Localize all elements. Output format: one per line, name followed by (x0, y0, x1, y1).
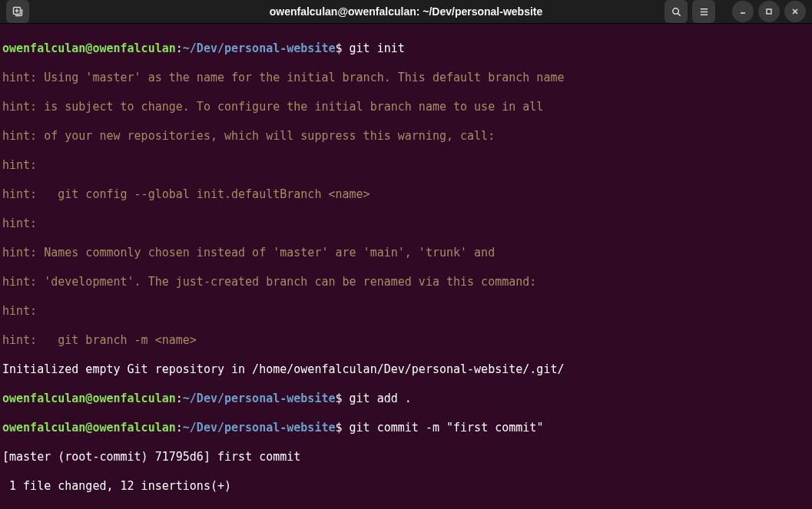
hint-line: hint: (2, 216, 810, 231)
new-tab-button[interactable] (6, 0, 29, 23)
search-button[interactable] (665, 0, 688, 23)
hint-line: hint: Names commonly chosen instead of '… (2, 246, 810, 260)
svg-line-4 (678, 13, 680, 15)
command-text: git commit -m "first commit" (350, 421, 544, 435)
prompt-path: ~/Dev/personal-website (183, 41, 336, 55)
prompt-userhost: owenfalculan@owenfalculan (2, 41, 176, 55)
terminal-output[interactable]: owenfalculan@owenfalculan:~/Dev/personal… (0, 24, 812, 509)
output-line: [master (root-commit) 71795d6] first com… (2, 450, 810, 464)
svg-point-3 (672, 8, 678, 14)
output-line: 1 file changed, 12 insertions(+) (2, 479, 810, 494)
output-line: Initialized empty Git repository in /hom… (2, 362, 810, 377)
maximize-button[interactable] (758, 1, 780, 22)
hint-line: hint: of your new repositories, which wi… (2, 129, 810, 144)
prompt-line: owenfalculan@owenfalculan:~/Dev/personal… (2, 392, 810, 406)
command-text: git add . (350, 392, 412, 405)
hint-line: hint: git branch -m <name> (2, 333, 810, 348)
hint-line: hint: Using 'master' as the name for the… (2, 71, 810, 85)
hamburger-menu-button[interactable] (692, 0, 715, 23)
titlebar-right (665, 0, 806, 23)
minimize-button[interactable] (732, 1, 754, 22)
command-text: git init (350, 41, 405, 55)
hint-line: hint: 'development'. The just-created br… (2, 275, 810, 289)
close-button[interactable] (784, 1, 806, 22)
prompt-line: owenfalculan@owenfalculan:~/Dev/personal… (2, 421, 810, 435)
svg-rect-9 (767, 9, 771, 14)
hint-line: hint: (2, 158, 810, 173)
hint-line: hint: git config --global init.defaultBr… (2, 187, 810, 202)
hint-line: hint: is subject to change. To configure… (2, 100, 810, 114)
titlebar: owenfalculan@owenfalculan: ~/Dev/persona… (0, 0, 812, 24)
titlebar-left (6, 0, 29, 23)
prompt-line: owenfalculan@owenfalculan:~/Dev/personal… (2, 41, 810, 56)
hint-line: hint: (2, 304, 810, 319)
